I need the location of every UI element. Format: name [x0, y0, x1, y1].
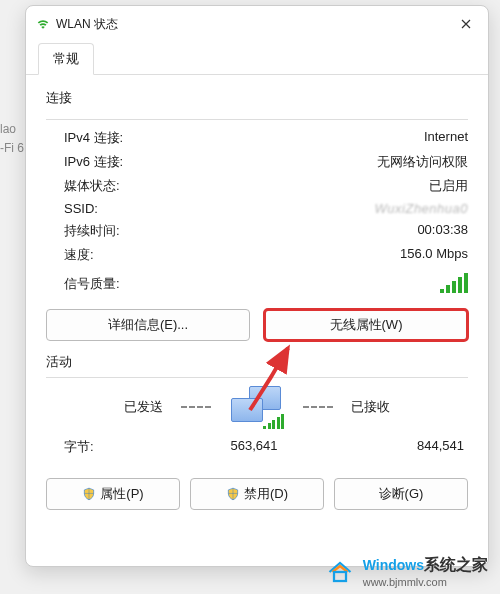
disable-button[interactable]: 禁用(D) — [190, 478, 324, 510]
details-button[interactable]: 详细信息(E)... — [46, 309, 250, 341]
title-bar: WLAN 状态 — [26, 6, 488, 40]
svg-rect-0 — [334, 572, 346, 581]
properties-button-label: 属性(P) — [100, 485, 143, 503]
row-ipv6: IPv6 连接: 无网络访问权限 — [46, 150, 468, 174]
recv-label: 已接收 — [351, 398, 390, 416]
activity-section: 活动 已发送 已接收 字节: 563,641 844,541 — [46, 349, 468, 510]
activity-heading: 活动 — [46, 353, 468, 371]
ipv4-label: IPv4 连接: — [64, 129, 123, 147]
brand-cn: 系统之家 — [424, 556, 488, 573]
media-label: 媒体状态: — [64, 177, 120, 195]
connection-heading: 连接 — [46, 89, 468, 107]
network-computers-icon — [229, 386, 285, 428]
signal-bars-icon — [440, 273, 468, 293]
activity-graphic: 已发送 已接收 — [46, 386, 468, 428]
brand-en: Windows — [363, 557, 424, 573]
duration-value: 00:03:38 — [417, 222, 468, 240]
watermark: Windows系统之家 www.bjmmlv.com — [325, 555, 488, 588]
dash-icon — [181, 406, 211, 408]
disable-button-label: 禁用(D) — [244, 485, 288, 503]
window-title: WLAN 状态 — [56, 16, 450, 33]
row-duration: 持续时间: 00:03:38 — [46, 219, 468, 243]
shield-icon — [82, 487, 96, 501]
diagnose-button[interactable]: 诊断(G) — [334, 478, 468, 510]
ssid-label: SSID: — [64, 201, 98, 216]
connection-buttons: 详细信息(E)... 无线属性(W) — [46, 309, 468, 341]
wifi-icon — [36, 17, 50, 31]
duration-label: 持续时间: — [64, 222, 120, 240]
dialog-content: 连接 IPv4 连接: Internet IPv6 连接: 无网络访问权限 媒体… — [26, 75, 488, 566]
bytes-label: 字节: — [64, 438, 164, 456]
ssid-value: WuxiZhenhua0 — [375, 201, 468, 216]
row-ipv4: IPv4 连接: Internet — [46, 126, 468, 150]
bytes-sent: 563,641 — [164, 438, 344, 456]
row-speed: 速度: 156.0 Mbps — [46, 243, 468, 267]
wlan-status-dialog: WLAN 状态 常规 连接 IPv4 连接: Internet IPv6 连接:… — [25, 5, 489, 567]
wireless-properties-button[interactable]: 无线属性(W) — [264, 309, 468, 341]
media-value: 已启用 — [429, 177, 468, 195]
ipv6-value: 无网络访问权限 — [377, 153, 468, 171]
dash-icon — [303, 406, 333, 408]
row-ssid: SSID: WuxiZhenhua0 — [46, 198, 468, 219]
bytes-received: 844,541 — [344, 438, 468, 456]
row-signal: 信号质量: — [46, 267, 468, 299]
signal-label: 信号质量: — [64, 275, 120, 293]
separator — [46, 377, 468, 378]
separator — [46, 119, 468, 120]
speed-value: 156.0 Mbps — [400, 246, 468, 264]
speed-label: 速度: — [64, 246, 94, 264]
bytes-row: 字节: 563,641 844,541 — [46, 438, 468, 456]
properties-button[interactable]: 属性(P) — [46, 478, 180, 510]
background-clipped-text: lao -Fi 6 — [0, 120, 24, 158]
diagnose-button-label: 诊断(G) — [379, 485, 424, 503]
tab-general[interactable]: 常规 — [38, 43, 94, 75]
brand-url: www.bjmmlv.com — [363, 576, 488, 588]
ipv6-label: IPv6 连接: — [64, 153, 123, 171]
shield-icon — [226, 487, 240, 501]
close-button[interactable] — [450, 12, 482, 36]
watermark-text: Windows系统之家 www.bjmmlv.com — [363, 555, 488, 588]
tab-bar: 常规 — [26, 42, 488, 75]
ipv4-value: Internet — [424, 129, 468, 147]
row-media: 媒体状态: 已启用 — [46, 174, 468, 198]
sent-label: 已发送 — [124, 398, 163, 416]
bottom-buttons: 属性(P) 禁用(D) 诊断(G) — [46, 478, 468, 510]
house-logo-icon — [325, 557, 355, 587]
